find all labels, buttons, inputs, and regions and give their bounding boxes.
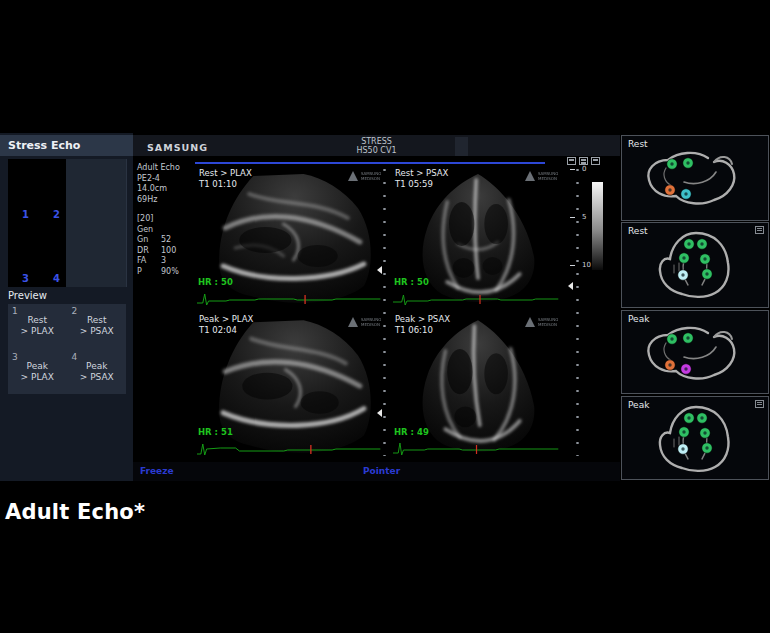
heart-diagram-plax xyxy=(622,138,768,218)
exam-type: STRESS xyxy=(133,137,620,146)
preview-cell-peak-psax[interactable]: 4 Peak> PSAX xyxy=(68,350,127,395)
stage-side-panel xyxy=(66,159,127,287)
wall-motion-card-peak-psax[interactable]: Peak xyxy=(621,396,769,480)
wall-segment-markers[interactable] xyxy=(665,158,693,199)
exam-title: STRESS HS50 CV1 xyxy=(133,137,620,155)
param-gain: Gn52 xyxy=(137,235,197,246)
wall-motion-panel: Rest Rest xyxy=(620,133,770,481)
stage-slot-grid[interactable]: 1 2 3 4 xyxy=(8,159,126,287)
quadrant-label: Rest > PSAXT1 05:59 xyxy=(395,168,448,190)
display-header: SAMSUNG STRESS HS50 CV1 xyxy=(133,135,620,156)
svg-text:MEDISON: MEDISON xyxy=(538,322,557,327)
heart-diagram-apical xyxy=(622,225,768,305)
preset-label: Adult Echo xyxy=(137,163,197,174)
quadrant-peak-psax[interactable]: Peak > PSAXT1 06:10 SAMSUNG MEDISON HR :… xyxy=(391,312,565,458)
samsung-medison-watermark: SAMSUNG MEDISON xyxy=(525,170,559,182)
wall-segment-markers[interactable] xyxy=(665,333,693,374)
samsung-medison-watermark: SAMSUNG MEDISON xyxy=(348,170,382,182)
ecg-trace xyxy=(393,290,560,306)
grayscale-bar xyxy=(592,182,603,270)
wall-motion-card-peak-plax[interactable]: Peak xyxy=(621,310,769,394)
depth-tick xyxy=(570,265,575,266)
depth-tick xyxy=(570,217,575,218)
frame-rate-label: 69Hz xyxy=(137,195,197,206)
preview-cell-text: Rest> PLAX xyxy=(8,315,67,337)
preview-cell-rest-psax[interactable]: 2 Rest> PSAX xyxy=(68,304,127,349)
main-display: SAMSUNG STRESS HS50 CV1 Adult Echo PE2-4… xyxy=(133,133,620,481)
card-menu-icon[interactable] xyxy=(755,226,764,234)
svg-text:MEDISON: MEDISON xyxy=(538,176,557,181)
samsung-medison-watermark: SAMSUNG MEDISON xyxy=(525,316,559,328)
focus-marker-icon[interactable] xyxy=(377,266,382,274)
card-stage-label: Peak xyxy=(628,400,649,410)
mid-depth-dots xyxy=(383,168,386,456)
stage-slot-4[interactable]: 4 xyxy=(53,273,60,284)
preview-cell-rest-plax[interactable]: 1 Rest> PLAX xyxy=(8,304,67,349)
param-dynamic-range: DR100 xyxy=(137,246,197,257)
system-model: HS50 CV1 xyxy=(133,146,620,155)
depth-tick-label: 10 xyxy=(582,261,591,269)
preview-grid: 1 Rest> PLAX 2 Rest> PSAX 3 Peak> PLAX 4 xyxy=(8,304,126,394)
layout-icon-dual[interactable] xyxy=(579,157,588,165)
card-stage-label: Peak xyxy=(628,314,649,324)
depth-label: 14.0cm xyxy=(137,184,197,195)
ecg-trace xyxy=(197,440,382,456)
quadrant-rest-plax[interactable]: Rest > PLAXT1 01:10 SAMSUNG MEDISON HR :… xyxy=(195,166,388,308)
stage-slot-3[interactable]: 3 xyxy=(22,273,29,284)
quadrant-label: Peak > PLAXT1 02:04 xyxy=(199,314,253,336)
stress-echo-title: Stress Echo xyxy=(0,135,133,156)
param-frame-avg: FA3 xyxy=(137,256,197,267)
param-power: P90% xyxy=(137,267,197,278)
ecg-trace xyxy=(393,440,560,456)
preview-label: Preview xyxy=(8,290,47,301)
quadrant-rest-psax[interactable]: Rest > PSAXT1 05:59 SAMSUNG MEDISON HR :… xyxy=(391,166,565,308)
samsung-medison-watermark: SAMSUNG MEDISON xyxy=(348,316,382,328)
quadrant-label: Peak > PSAXT1 06:10 xyxy=(395,314,450,336)
heart-rate-value: HR : 50 xyxy=(198,277,233,287)
sidebar: Stress Echo 1 2 3 4 Preview 1 Rest> PLAX… xyxy=(0,133,133,481)
exam-info-panel: Adult Echo PE2-4 14.0cm 69Hz [20] Gen Gn… xyxy=(137,163,197,277)
focus-marker-icon[interactable] xyxy=(377,409,382,417)
heart-diagram-apical xyxy=(622,399,768,479)
pointer-softkey[interactable]: Pointer xyxy=(363,466,400,476)
preview-cell-text: Peak> PLAX xyxy=(8,361,67,383)
quadrant-label: Rest > PLAXT1 01:10 xyxy=(199,168,252,190)
preview-cell-text: Rest> PSAX xyxy=(68,315,127,337)
svg-text:MEDISON: MEDISON xyxy=(361,176,380,181)
quadrant-peak-plax[interactable]: Peak > PLAXT1 02:04 SAMSUNG MEDISON HR :… xyxy=(195,312,388,458)
stage-slot-1[interactable]: 1 xyxy=(22,209,29,220)
preview-cell-peak-plax[interactable]: 3 Peak> PLAX xyxy=(8,350,67,395)
image-caption: Adult Echo* xyxy=(5,500,145,524)
map-label: [20] xyxy=(137,214,197,225)
status-bar: Freeze Pointer xyxy=(133,462,620,481)
depth-tick-label: 5 xyxy=(582,213,586,221)
heart-diagram-plax xyxy=(622,313,768,393)
ecg-trace xyxy=(197,290,382,306)
depth-ruler-column: 0 5 10 xyxy=(565,156,620,462)
card-menu-icon[interactable] xyxy=(755,400,764,408)
mode-label: Gen xyxy=(137,225,197,236)
heart-rate-value: HR : 51 xyxy=(198,427,233,437)
stage-slot-2[interactable]: 2 xyxy=(53,209,60,220)
probe-label: PE2-4 xyxy=(137,174,197,185)
depth-ruler-dots xyxy=(576,168,579,456)
wall-segment-markers[interactable] xyxy=(678,239,712,280)
depth-tick-label: 0 xyxy=(582,165,586,173)
focus-marker-icon[interactable] xyxy=(568,282,573,290)
imaging-area: Adult Echo PE2-4 14.0cm 69Hz [20] Gen Gn… xyxy=(133,156,620,462)
preview-cell-text: Peak> PSAX xyxy=(68,361,127,383)
depth-tick xyxy=(570,169,575,170)
wall-motion-card-rest-plax[interactable]: Rest xyxy=(621,135,769,221)
protocol-progress-line xyxy=(195,162,545,164)
card-stage-label: Rest xyxy=(628,139,648,149)
heart-rate-value: HR : 49 xyxy=(394,427,429,437)
card-stage-label: Rest xyxy=(628,226,648,236)
svg-text:MEDISON: MEDISON xyxy=(361,322,380,327)
wall-segment-markers[interactable] xyxy=(678,413,712,454)
layout-icon-single[interactable] xyxy=(567,157,576,165)
wall-motion-card-rest-psax[interactable]: Rest xyxy=(621,222,769,308)
freeze-softkey[interactable]: Freeze xyxy=(140,466,174,476)
heart-rate-value: HR : 50 xyxy=(394,277,429,287)
layout-icon-quad[interactable] xyxy=(591,157,600,165)
ultrasound-ui: Stress Echo 1 2 3 4 Preview 1 Rest> PLAX… xyxy=(0,133,770,481)
